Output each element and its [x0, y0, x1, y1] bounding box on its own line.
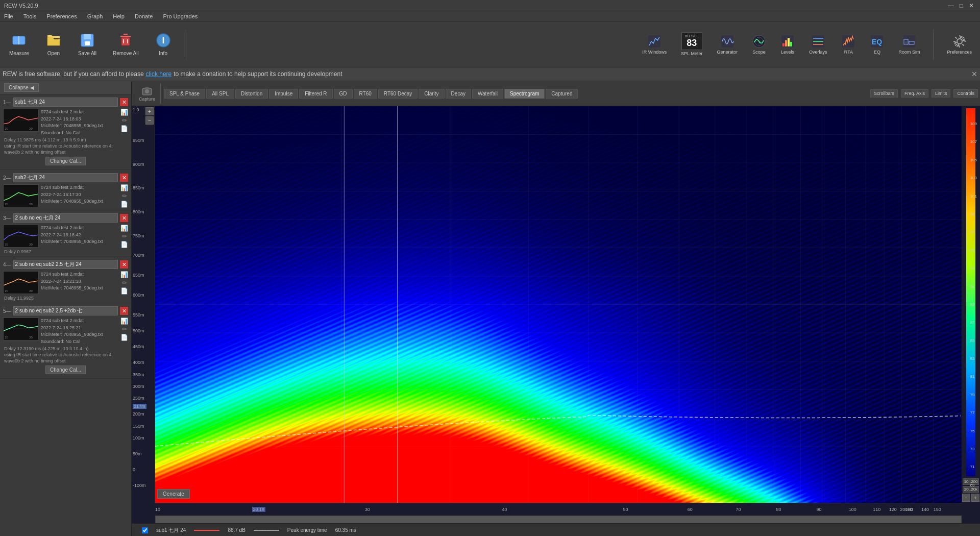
- zoom-out-btn[interactable]: −: [145, 116, 154, 125]
- menu-item-file[interactable]: File: [2, 13, 15, 19]
- meas-edit-btn-3[interactable]: ✏: [120, 233, 128, 240]
- levels-button[interactable]: Levels: [777, 32, 798, 57]
- preferences-button[interactable]: Preferences: [944, 32, 975, 57]
- tab-filtered-r[interactable]: Filtered R: [299, 89, 332, 99]
- menu-item-graph[interactable]: Graph: [85, 13, 105, 19]
- room-sim-button[interactable]: Room Sim: [895, 32, 923, 57]
- tab-all-spl[interactable]: All SPL: [206, 89, 234, 99]
- tab-impulse[interactable]: Impulse: [269, 89, 298, 99]
- menu-item-help[interactable]: Help: [111, 13, 127, 19]
- spl-meter-button[interactable]: dB SPL 83 SPL Meter: [678, 30, 705, 58]
- meas-edit-btn-5[interactable]: ✏: [120, 326, 128, 333]
- zoom-in-btn[interactable]: +: [145, 107, 154, 115]
- meas-edit-btn-4[interactable]: ✏: [120, 279, 128, 286]
- menu-item-tools[interactable]: Tools: [21, 13, 39, 19]
- measurements-scroll[interactable]: 1— ✕ 2020 0724 sub test 2.mdat 2022-7-24…: [0, 94, 131, 536]
- limits-btn[interactable]: Limits: [932, 89, 951, 98]
- preferences-icon: [952, 34, 967, 48]
- meas-close-2[interactable]: ✕: [120, 174, 128, 182]
- tab-gd[interactable]: GD: [334, 89, 353, 99]
- collapse-bar: Collapse ◀: [0, 81, 131, 94]
- svg-point-56: [145, 89, 149, 93]
- freq-axis-btn[interactable]: Freq. Axis: [901, 89, 928, 98]
- rta-button[interactable]: RTA: [838, 32, 859, 57]
- meas-close-5[interactable]: ✕: [120, 307, 128, 315]
- close-button[interactable]: ✕: [967, 2, 976, 9]
- meas-note-1c: wave0b 2 with no timing offset: [3, 150, 128, 155]
- legend-peak-label: Peak energy time: [287, 527, 327, 533]
- tab-waterfall[interactable]: Waterfall: [472, 89, 503, 99]
- collapse-button[interactable]: Collapse ◀: [4, 83, 39, 92]
- meas-edit-btn-2[interactable]: ✏: [120, 192, 128, 200]
- menu-item-donate[interactable]: Donate: [133, 13, 155, 19]
- meas-graph-btn-2[interactable]: 📊: [120, 184, 128, 191]
- meas-close-4[interactable]: ✕: [120, 260, 128, 269]
- overlays-button[interactable]: Overlays: [806, 32, 830, 57]
- menu-item-pro-upgrades[interactable]: Pro Upgrades: [161, 13, 200, 19]
- change-cal-btn-1[interactable]: Change Cal...: [45, 157, 86, 165]
- maximize-button[interactable]: □: [958, 2, 965, 9]
- x-axis: 10 20.18 30 40 50 60 70 80 90 100 110 12…: [155, 503, 962, 515]
- meas-note-1a: Delay 11.9875 ms (4.112 m, 13 ft 5.9 in): [3, 137, 128, 142]
- tab-spl-phase[interactable]: SPL & Phase: [164, 89, 205, 99]
- svg-text:20: 20: [29, 289, 32, 293]
- tab-rt60[interactable]: RT60: [354, 89, 377, 99]
- tab-captured[interactable]: Captured: [546, 89, 578, 99]
- graph-wrapper: 1.0 950m 900m 850m 800m 750m 700m 650m 6…: [132, 106, 980, 503]
- scale-zoom-out[interactable]: −: [962, 494, 970, 502]
- h-scrollbar[interactable]: [155, 515, 962, 523]
- h-scrollbar-thumb[interactable]: [155, 516, 962, 523]
- meas-file-1: 0724 sub test 2.mdat: [41, 109, 118, 116]
- meas-name-input-5[interactable]: [13, 306, 118, 315]
- meas-doc-btn-1[interactable]: 📄: [120, 125, 128, 132]
- save-all-button[interactable]: Save All: [74, 30, 101, 58]
- meas-doc-btn-4[interactable]: 📄: [120, 287, 128, 295]
- meas-graph-btn-3[interactable]: 📊: [120, 225, 128, 232]
- meas-doc-btn-2[interactable]: 📄: [120, 201, 128, 208]
- meas-graph-btn-4[interactable]: 📊: [120, 271, 128, 278]
- tabs-row: Capture SPL & PhaseAll SPLDistortionImpu…: [132, 81, 980, 106]
- menu-item-preferences[interactable]: Preferences: [44, 13, 79, 19]
- meas-name-input-4[interactable]: [13, 260, 118, 269]
- color-scale: 109 107 105 103 101 99 97 95 93 91 89 87…: [962, 106, 980, 503]
- measure-button[interactable]: Measure: [5, 30, 33, 58]
- meas-graph-btn-1[interactable]: 📊: [120, 109, 128, 116]
- open-button[interactable]: Open: [41, 30, 66, 58]
- spectrogram-area[interactable]: Generate: [155, 106, 962, 503]
- controls-btn[interactable]: Controls: [953, 89, 978, 98]
- scrollbars-btn[interactable]: Scrollbars: [870, 89, 898, 98]
- meas-close-3[interactable]: ✕: [120, 214, 128, 222]
- tab-clarity[interactable]: Clarity: [419, 89, 444, 99]
- meas-doc-btn-3[interactable]: 📄: [120, 241, 128, 248]
- tab-distortion[interactable]: Distortion: [235, 89, 268, 99]
- meas-date-4: 2022-7-24 16:21:18: [41, 278, 118, 285]
- meas-edit-btn-1[interactable]: ✏: [120, 117, 128, 124]
- scale-zoom-in[interactable]: +: [971, 494, 979, 502]
- toolbar-right-separator: [933, 29, 934, 60]
- meas-name-input-2[interactable]: [13, 173, 118, 182]
- generator-icon: [720, 34, 734, 48]
- svg-text:20: 20: [5, 203, 8, 206]
- banner-close-button[interactable]: ✕: [971, 70, 977, 78]
- ir-windows-button[interactable]: IR Windows: [639, 32, 670, 57]
- tab-spectrogram[interactable]: Spectrogram: [504, 89, 545, 99]
- scope-button[interactable]: Scope: [749, 32, 769, 57]
- legend-checkbox-1[interactable]: [142, 527, 148, 533]
- meas-name-input-1[interactable]: [13, 98, 118, 107]
- meas-graph-btn-5[interactable]: 📊: [120, 318, 128, 325]
- donate-link[interactable]: click here: [146, 70, 172, 78]
- generate-button[interactable]: Generate: [157, 489, 190, 499]
- change-cal-btn-5[interactable]: Change Cal...: [45, 366, 86, 374]
- meas-name-input-3[interactable]: [13, 213, 118, 223]
- measure-icon: [11, 32, 27, 48]
- tab-decay[interactable]: Decay: [446, 89, 471, 99]
- eq-button[interactable]: EQ EQ: [867, 32, 887, 57]
- minimize-button[interactable]: —: [946, 2, 956, 9]
- meas-doc-btn-5[interactable]: 📄: [120, 334, 128, 341]
- meas-date-2: 2022-7-24 16:17:30: [41, 191, 118, 199]
- meas-close-1[interactable]: ✕: [120, 98, 128, 106]
- tab-rt60-decay[interactable]: RT60 Decay: [378, 89, 418, 99]
- info-button[interactable]: i Info: [151, 30, 176, 58]
- generator-button[interactable]: Generator: [714, 32, 741, 57]
- remove-all-button[interactable]: Remove All: [109, 30, 143, 58]
